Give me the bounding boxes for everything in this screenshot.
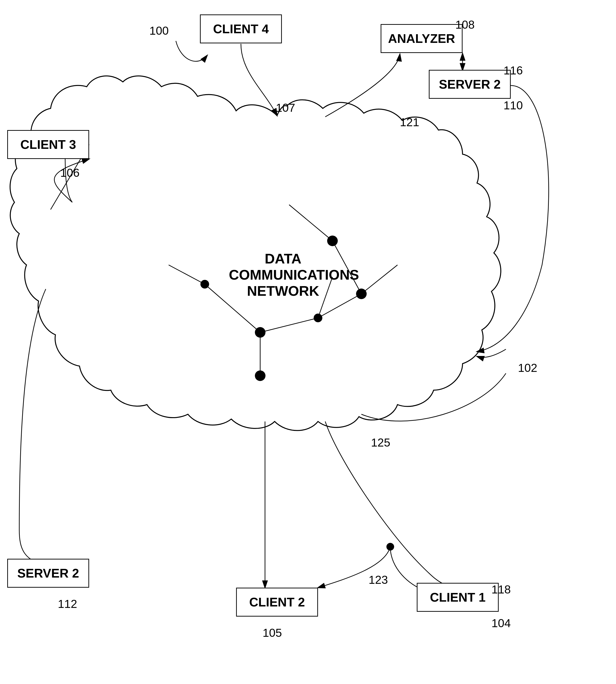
- arrow-100: [176, 41, 207, 61]
- arrow-107: [241, 44, 277, 116]
- label-121: 121: [400, 116, 419, 129]
- network-node-6: [255, 370, 265, 381]
- analyzer-label: ANALYZER: [388, 31, 455, 46]
- label-118: 118: [491, 583, 511, 596]
- server2-top-box: SERVER 2: [429, 70, 511, 99]
- diagram: CLIENT 4 CLIENT 3 ANALYZER SERVER 2 SERV…: [0, 0, 616, 684]
- server2-top-label: SERVER 2: [439, 77, 501, 91]
- label-104: 104: [491, 617, 511, 630]
- label-116: 116: [504, 64, 523, 77]
- client1-label: CLIENT 1: [430, 590, 485, 604]
- server2-bottom-box: SERVER 2: [7, 559, 89, 588]
- client3-box: CLIENT 3: [7, 130, 89, 159]
- client2-box: CLIENT 2: [236, 588, 318, 617]
- label-106: 106: [60, 166, 80, 179]
- label-107: 107: [276, 101, 295, 114]
- label-105: 105: [263, 626, 282, 639]
- label-112: 112: [58, 597, 77, 611]
- label-110: 110: [504, 99, 523, 112]
- server2-bottom-label: SERVER 2: [17, 566, 79, 580]
- client4-label: CLIENT 4: [213, 22, 269, 36]
- label-125: 125: [371, 436, 390, 449]
- client1-box: CLIENT 1: [417, 583, 499, 612]
- client4-box: CLIENT 4: [200, 15, 282, 43]
- label-123: 123: [369, 573, 388, 587]
- label-102: 102: [518, 361, 537, 375]
- label-100: 100: [149, 24, 169, 37]
- network-label: DATA COMMUNICATIONS NETWORK: [229, 250, 337, 299]
- label-108: 108: [455, 18, 475, 31]
- client3-label: CLIENT 3: [20, 137, 76, 152]
- client2-label: CLIENT 2: [249, 595, 305, 609]
- arrow-server2-bottom: [19, 289, 48, 566]
- analyzer-box: ANALYZER: [381, 24, 463, 53]
